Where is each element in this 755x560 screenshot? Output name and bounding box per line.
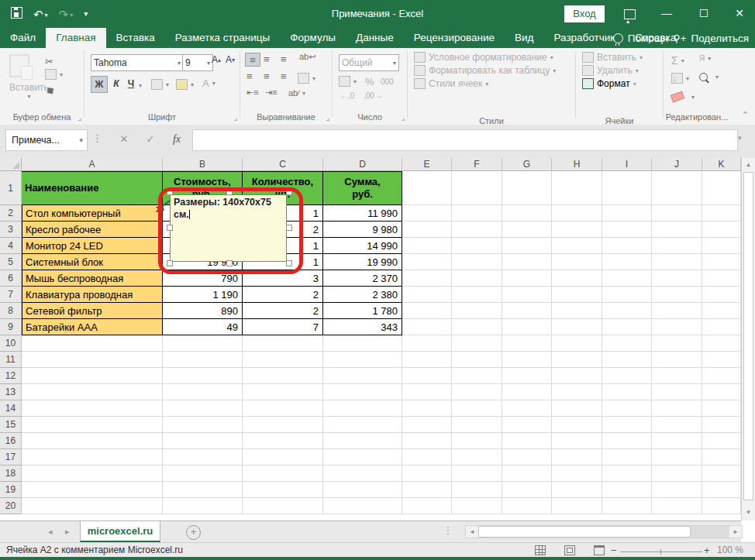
number-format-combo[interactable]: Общий▾ xyxy=(339,54,399,71)
cell-I18[interactable] xyxy=(602,466,652,482)
cell-E2[interactable] xyxy=(402,205,452,222)
cut-icon[interactable]: ✂ xyxy=(45,57,63,67)
cell-C14[interactable] xyxy=(243,400,323,417)
cell-K14[interactable] xyxy=(702,400,741,417)
italic-button[interactable]: К xyxy=(110,76,122,91)
cell-H2[interactable] xyxy=(552,205,602,222)
cell-G14[interactable] xyxy=(502,400,552,417)
cell-D12[interactable] xyxy=(323,368,402,384)
cell-K12[interactable] xyxy=(702,368,741,384)
name-box[interactable]: Примеча...▾ xyxy=(5,129,88,151)
cell-C19[interactable] xyxy=(243,482,323,498)
cell-E18[interactable] xyxy=(402,466,452,482)
cell-G15[interactable] xyxy=(502,417,552,433)
wrap-text-icon[interactable]: ab↩ xyxy=(299,53,315,61)
cell-B10[interactable] xyxy=(163,335,243,352)
clipboard-dialog-launcher-icon[interactable]: ⌟ xyxy=(78,114,81,122)
cell-K19[interactable] xyxy=(702,482,741,498)
column-header-F[interactable]: F xyxy=(452,158,502,171)
fill-icon[interactable]: ↓▾ xyxy=(671,73,689,84)
cell-I15[interactable] xyxy=(602,417,652,433)
cell-A13[interactable] xyxy=(22,384,163,400)
cell-J7[interactable] xyxy=(652,287,702,303)
tab-данные[interactable]: Данные xyxy=(346,28,404,48)
cell-A10[interactable] xyxy=(22,335,163,352)
cell-H19[interactable] xyxy=(552,482,602,498)
vscroll-down-icon[interactable]: ▾ xyxy=(743,508,753,516)
align-middle-icon[interactable]: ≡ xyxy=(264,54,270,64)
cell-G17[interactable] xyxy=(502,449,552,466)
cell-K15[interactable] xyxy=(702,417,741,433)
row-header-16[interactable]: 16 xyxy=(0,433,22,449)
cell-K1[interactable] xyxy=(702,171,741,205)
decrease-indent-icon[interactable]: ⇤≡ xyxy=(246,88,259,97)
cell-F20[interactable] xyxy=(452,498,502,514)
cell-A4[interactable]: Монитор 24 LED xyxy=(22,238,163,254)
cell-D2[interactable]: 11 990 xyxy=(323,205,402,222)
cell-B15[interactable] xyxy=(163,417,243,433)
cell-I9[interactable] xyxy=(602,319,652,335)
decrease-decimal-icon[interactable]: ,00→ xyxy=(364,91,382,100)
cell-D8[interactable]: 1 780 xyxy=(323,303,402,319)
button-формат[interactable]: Формат▾ xyxy=(582,78,663,89)
cell-E13[interactable] xyxy=(402,384,452,400)
cell-I14[interactable] xyxy=(602,400,652,417)
cell-E8[interactable] xyxy=(402,303,452,319)
cell-D20[interactable] xyxy=(323,498,402,514)
cell-J20[interactable] xyxy=(652,498,702,514)
row-header-5[interactable]: 5 xyxy=(0,254,22,270)
cell-F3[interactable] xyxy=(452,222,502,238)
cell-F16[interactable] xyxy=(452,433,502,449)
cell-I2[interactable] xyxy=(602,205,652,222)
insert-function-icon[interactable]: fx xyxy=(166,129,188,149)
cell-E16[interactable] xyxy=(402,433,452,449)
cell-A6[interactable]: Мышь беспроводная xyxy=(22,270,163,287)
cell-G1[interactable] xyxy=(502,171,552,205)
cell-D9[interactable]: 343 xyxy=(323,319,402,335)
cell-G3[interactable] xyxy=(502,222,552,238)
row-header-8[interactable]: 8 xyxy=(0,303,22,319)
cell-G10[interactable] xyxy=(502,335,552,352)
merge-center-icon[interactable]: ▾ xyxy=(298,73,315,84)
font-name-combo[interactable]: Tahoma▾ xyxy=(91,54,184,71)
formula-grip-icon[interactable]: ⋮ xyxy=(92,132,102,144)
cell-K17[interactable] xyxy=(702,449,741,466)
cell-E7[interactable] xyxy=(402,287,452,303)
horizontal-scrollbar[interactable]: ◂ ▸ xyxy=(465,525,743,538)
tab-вставка[interactable]: Вставка xyxy=(106,28,165,48)
cell-K20[interactable] xyxy=(702,498,741,514)
button-стили-ячеек[interactable]: Стили ячеек▾ xyxy=(414,78,575,89)
cell-K18[interactable] xyxy=(702,466,741,482)
cell-D18[interactable] xyxy=(323,466,402,482)
cell-K3[interactable] xyxy=(702,222,741,238)
cell-A20[interactable] xyxy=(22,498,163,514)
cell-I13[interactable] xyxy=(602,384,652,400)
cell-A2[interactable]: Стол компьютерный xyxy=(22,205,163,222)
cell-J5[interactable] xyxy=(652,254,702,270)
collapse-ribbon-icon[interactable]: ⌃ xyxy=(742,110,749,120)
cell-J4[interactable] xyxy=(652,238,702,254)
cell-J19[interactable] xyxy=(652,482,702,498)
cell-B18[interactable] xyxy=(163,466,243,482)
row-header-17[interactable]: 17 xyxy=(0,449,22,466)
cell-I10[interactable] xyxy=(602,335,652,352)
cell-A14[interactable] xyxy=(22,400,163,417)
cell-H4[interactable] xyxy=(552,238,602,254)
button-условное-форматирование[interactable]: Условное форматирование▾ xyxy=(414,52,575,63)
autosum-icon[interactable]: Σ▾ xyxy=(671,54,684,67)
cell-I16[interactable] xyxy=(602,433,652,449)
cell-F4[interactable] xyxy=(452,238,502,254)
find-select-icon[interactable]: ▾ xyxy=(699,73,719,81)
cell-F18[interactable] xyxy=(452,466,502,482)
row-header-18[interactable]: 18 xyxy=(0,466,22,482)
clear-icon[interactable]: ▾ xyxy=(671,93,695,101)
button-форматировать-как-таблицу[interactable]: Форматировать как таблицу▾ xyxy=(414,65,575,76)
cell-B11[interactable] xyxy=(163,352,243,368)
formula-input[interactable] xyxy=(192,129,738,151)
cell-E19[interactable] xyxy=(402,482,452,498)
cell-J12[interactable] xyxy=(652,368,702,384)
cell-I19[interactable] xyxy=(602,482,652,498)
cancel-entry-icon[interactable]: ✕ xyxy=(113,129,135,149)
helper-label[interactable]: Помощн xyxy=(628,33,669,44)
cell-A7[interactable]: Клавиатура проводная xyxy=(22,287,163,303)
